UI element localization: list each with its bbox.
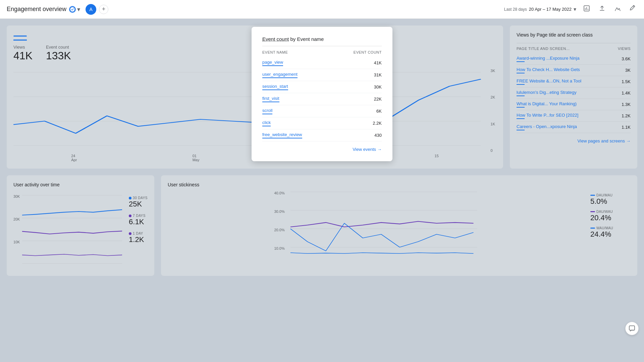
- page-col-header: PAGE TITLE AND SCREEN...: [517, 47, 570, 51]
- event-name-link[interactable]: free_website_review: [262, 132, 302, 138]
- stickiness-legend: DAU/MAU 5.0% DAU/WAU 20.4%: [590, 190, 631, 264]
- bar-dau-wau: [590, 211, 595, 212]
- legend-dot-1day: [129, 232, 131, 235]
- avatar: A: [86, 4, 96, 15]
- compare-icon[interactable]: [612, 3, 623, 15]
- stickiness-chart: 40.0% 30.0% 20.0% 10.0%: [168, 190, 584, 264]
- activity-content: 30K 20K 10K: [13, 193, 148, 266]
- event-count-cell: 30K: [374, 84, 382, 89]
- event-count-col-header: EVENT COUNT: [354, 50, 382, 54]
- activity-legend: 30 DAYS 25K 7 DAYS 6.1K: [129, 193, 148, 266]
- svg-text:20K: 20K: [13, 217, 20, 221]
- views-table-row: How To Write P...for SEO [2022] 1.2K: [517, 110, 631, 122]
- views-table-row: What is Digital... Your Ranking) 1.3K: [517, 99, 631, 110]
- view-events-link[interactable]: View events →: [262, 147, 382, 152]
- event-count-cell: 31K: [374, 72, 382, 77]
- views-cell: 3.6K: [622, 56, 631, 61]
- views-table-row: Award-winning ...Exposure Ninja 3.6K: [517, 53, 631, 65]
- views-table-row: How To Check H... Website Gets 3K: [517, 65, 631, 76]
- event-name-link[interactable]: session_start: [262, 84, 288, 90]
- header-dropdown-icon[interactable]: ▾: [77, 6, 80, 13]
- bar-dau-mau: [590, 195, 595, 196]
- report-icon[interactable]: [582, 3, 592, 15]
- page-title-link[interactable]: How To Write P...for SEO [2022]: [517, 113, 622, 119]
- legend-dau-wau: DAU/WAU 20.4%: [590, 210, 631, 222]
- activity-chart: 30K 20K 10K: [13, 193, 122, 266]
- user-activity-card: User activity over time 30K 20K 10K: [7, 175, 154, 276]
- svg-text:20.0%: 20.0%: [274, 228, 285, 232]
- event-name-link[interactable]: first_visit: [262, 96, 279, 102]
- header-title: Engagement overview: [7, 6, 66, 13]
- date-label: Last 28 days: [504, 7, 527, 12]
- bar-wau-mau: [590, 228, 595, 229]
- event-table-row: user_engagement 31K: [262, 69, 382, 81]
- views-cell: 1.2K: [622, 113, 631, 118]
- views-cell: 1.5K: [622, 79, 631, 84]
- event-name-link[interactable]: click: [262, 120, 271, 126]
- views-value: 41K: [13, 50, 33, 62]
- date-range-value: 20 Apr – 17 May 2022: [529, 7, 572, 12]
- event-card-title: Event count by Event name: [262, 36, 382, 42]
- event-table-row: page_view 41K: [262, 57, 382, 69]
- event-card-divider: [262, 46, 382, 46]
- views-table-row: lululemon's Dig...eting Strategy 1.4K: [517, 87, 631, 99]
- views-table-body: Award-winning ...Exposure Ninja 3.6K How…: [517, 53, 631, 133]
- views-by-page-card: Views by Page title and screen class PAG…: [510, 25, 637, 169]
- event-name-link[interactable]: scroll: [262, 108, 272, 114]
- add-report-button[interactable]: +: [99, 5, 108, 14]
- page-title-link[interactable]: Careers - Open...xposure Ninja: [517, 124, 622, 130]
- date-range-selector[interactable]: Last 28 days 20 Apr – 17 May 2022 ▾: [504, 6, 576, 12]
- event-count-cell: 2.2K: [373, 121, 382, 126]
- user-stickiness-card: User stickiness 40.0% 30.0% 20.0% 10.0%: [161, 175, 637, 276]
- edit-icon[interactable]: [628, 4, 637, 15]
- legend-dau-mau: DAU/MAU 5.0%: [590, 193, 631, 206]
- share-icon[interactable]: [597, 3, 607, 15]
- event-table-row: first_visit 22K: [262, 93, 382, 105]
- event-count-label: Event count: [46, 45, 71, 50]
- page-title-link[interactable]: FREE Website &...ON, Not a Tool: [517, 78, 622, 85]
- event-count-cell: 6K: [376, 109, 382, 114]
- date-dropdown-icon[interactable]: ▾: [574, 6, 576, 12]
- svg-text:30.0%: 30.0%: [274, 209, 285, 214]
- event-table-row: free_website_review 430: [262, 129, 382, 141]
- legend-7days: 7 DAYS 6.1K: [129, 214, 148, 226]
- view-pages-link[interactable]: View pages and screens →: [517, 138, 631, 143]
- check-circle-icon: [69, 6, 76, 13]
- views-table-row: FREE Website &...ON, Not a Tool 1.5K: [517, 76, 631, 87]
- page-title-link[interactable]: lululemon's Dig...eting Strategy: [517, 90, 622, 96]
- legend-wau-mau: WAU/MAU 24.4%: [590, 226, 631, 239]
- svg-text:10K: 10K: [13, 240, 20, 244]
- chat-button[interactable]: [625, 322, 639, 335]
- event-count-cell: 430: [374, 133, 382, 138]
- chart-y-labels: 3K 2K 1K 0: [491, 69, 496, 153]
- page-title-link[interactable]: How To Check H... Website Gets: [517, 67, 625, 73]
- event-table-header: EVENT NAME EVENT COUNT: [262, 50, 382, 54]
- header-right: Last 28 days 20 Apr – 17 May 2022 ▾: [504, 3, 637, 15]
- views-cell: 1.4K: [622, 90, 631, 96]
- stat-views: Views 41K: [13, 45, 33, 62]
- header: Engagement overview ▾ A + Last 28 days 2…: [0, 0, 644, 19]
- event-count-value: 133K: [46, 50, 71, 62]
- page-title-link[interactable]: What is Digital... Your Ranking): [517, 101, 622, 108]
- stickiness-content: 40.0% 30.0% 20.0% 10.0%: [168, 190, 631, 264]
- svg-point-0: [70, 7, 75, 11]
- legend-dot-30days: [129, 197, 131, 199]
- event-count-cell: 22K: [374, 97, 382, 102]
- svg-rect-2: [13, 36, 27, 37]
- views-label: Views: [13, 45, 33, 50]
- views-table-row: Careers - Open...xposure Ninja 1.1K: [517, 122, 631, 133]
- event-table-row: session_start 30K: [262, 81, 382, 93]
- svg-text:40.0%: 40.0%: [274, 191, 285, 195]
- event-name-link[interactable]: page_view: [262, 60, 283, 66]
- page-title-link[interactable]: Award-winning ...Exposure Ninja: [517, 56, 622, 62]
- views-cell: 1.1K: [622, 125, 631, 130]
- legend-dot-7days: [129, 215, 131, 217]
- legend-30days: 30 DAYS 25K: [129, 196, 148, 208]
- event-count-cell: 41K: [374, 60, 382, 65]
- event-name-link[interactable]: user_engagement: [262, 72, 298, 78]
- bottom-row: User activity over time 30K 20K 10K: [7, 175, 637, 276]
- activity-title: User activity over time: [13, 182, 148, 187]
- views-table-header: PAGE TITLE AND SCREEN... VIEWS: [517, 43, 631, 51]
- views-card-title: Views by Page title and screen class: [517, 32, 631, 38]
- svg-rect-22: [629, 326, 635, 330]
